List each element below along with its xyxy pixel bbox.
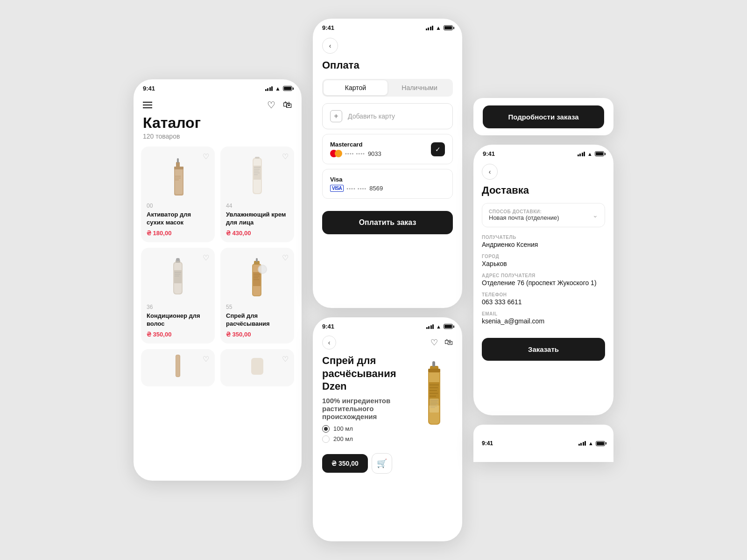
add-card-row[interactable]: + Добавить карту xyxy=(322,103,453,129)
svg-rect-52 xyxy=(430,402,437,402)
svg-rect-14 xyxy=(254,173,260,173)
field-value-city: Харьков xyxy=(482,260,605,267)
wifi-icon-prod: ▲ xyxy=(436,324,441,329)
svg-rect-31 xyxy=(254,280,259,280)
field-label-email: EMAIL xyxy=(482,311,605,316)
svg-rect-44 xyxy=(430,390,437,391)
wishlist-heart-2[interactable]: ♡ xyxy=(282,152,289,161)
card-brand-visa: Visa xyxy=(330,176,383,183)
status-icons-payment: ▲ xyxy=(426,25,453,31)
cart-icon-prod[interactable]: 🛍 xyxy=(444,337,453,348)
wishlist-heart-1[interactable]: ♡ xyxy=(203,152,209,161)
product-card-6[interactable]: ♡ xyxy=(220,349,294,386)
phone-delivery: 9:41 ▲ ‹ Доставка Способ доставки: Новая… xyxy=(473,145,613,415)
product-price-3: ₴ 350,00 xyxy=(147,331,209,338)
catalog-nav-icons: ♡ 🛍 xyxy=(267,99,292,111)
status-icons-delivery: ▲ xyxy=(578,151,604,157)
battery-icon-del xyxy=(595,151,604,156)
back-button-payment[interactable]: ‹ xyxy=(322,38,338,54)
delivery-field-address: АДРЕС ПОЛУЧАТЕЛЯ Отделение 76 (проспект … xyxy=(473,273,613,287)
tab-cash[interactable]: Наличными xyxy=(388,80,451,95)
product-img-2 xyxy=(226,152,289,199)
phone-order-details: Подробности заказа xyxy=(473,98,613,135)
wishlist-heart-6[interactable]: ♡ xyxy=(282,355,289,364)
svg-rect-49 xyxy=(428,369,440,372)
wishlist-heart-3[interactable]: ♡ xyxy=(203,253,209,262)
svg-rect-42 xyxy=(430,385,439,385)
product-num-4: 55 xyxy=(226,304,289,310)
price-button[interactable]: ₴ 350,00 xyxy=(322,454,368,473)
card-brand-mc: Mastercard xyxy=(330,141,381,148)
status-bar-product: 9:41 ▲ xyxy=(313,317,462,333)
svg-rect-29 xyxy=(254,276,259,276)
product-img-3 xyxy=(147,253,209,300)
tab-card[interactable]: Картой xyxy=(324,80,388,95)
order-button-delivery[interactable]: Заказать xyxy=(482,338,605,361)
wishlist-heart-5[interactable]: ♡ xyxy=(203,355,209,364)
field-label-city: ГОРОД xyxy=(482,254,605,259)
product-num-2: 44 xyxy=(226,203,289,209)
svg-rect-45 xyxy=(430,393,438,394)
mastercard-logo xyxy=(330,150,342,157)
status-bar-catalog: 9:41 ▲ xyxy=(134,79,302,95)
delivery-method-row[interactable]: Способ доставки: Новая почта (отделение)… xyxy=(482,203,605,227)
product-name-3: Кондиционер для волос xyxy=(147,312,209,328)
add-card-text: Добавить карту xyxy=(348,112,395,120)
right-column: Подробности заказа 9:41 ▲ ‹ Доставка Спо… xyxy=(473,98,613,462)
radio-label-100: 100 мл xyxy=(333,425,353,432)
delivery-field-phone: ТЕЛЕФОН 063 333 6611 xyxy=(473,292,613,306)
payment-content: Картой Наличными + Добавить карту Master… xyxy=(313,79,462,234)
visa-logo: VISA xyxy=(330,185,344,192)
cart-icon[interactable]: 🛍 xyxy=(283,99,292,111)
product-card-3[interactable]: ♡ 36 Кондиционер для волос ₴ 350,00 xyxy=(141,248,215,343)
product-price-4: ₴ 350,00 xyxy=(226,331,289,338)
battery-icon-prod xyxy=(444,324,453,329)
card-num-row-visa: VISA •••• •••• 8569 xyxy=(330,185,383,192)
add-card-plus-icon: + xyxy=(330,110,342,122)
product-card-1[interactable]: ♡ 00 Активатор для сухих масок ₴ 180,00 xyxy=(141,147,215,242)
wishlist-icon[interactable]: ♡ xyxy=(267,99,275,111)
svg-rect-15 xyxy=(254,175,258,175)
product-card-5[interactable]: ♡ xyxy=(141,349,215,386)
wishlist-heart-4[interactable]: ♡ xyxy=(282,253,289,262)
field-label-phone: ТЕЛЕФОН xyxy=(482,292,605,297)
back-button-delivery[interactable]: ‹ xyxy=(482,164,498,180)
svg-rect-37 xyxy=(176,355,180,377)
product-card-4[interactable]: ♡ 55 Спрей для расчёсывания ₴ xyxy=(220,248,294,343)
product-card-2[interactable]: ♡ 44 Увлажняющий крем для лица ₴ 430,00 xyxy=(220,147,294,242)
product-row-partial: ♡ ♡ xyxy=(134,343,302,386)
svg-rect-16 xyxy=(255,157,260,159)
field-label-address: АДРЕС ПОЛУЧАТЕЛЯ xyxy=(482,273,605,278)
svg-rect-13 xyxy=(254,171,259,171)
card-row-mastercard[interactable]: Mastercard •••• •••• 9033 ✓ xyxy=(322,134,453,164)
back-button-product[interactable]: ‹ xyxy=(322,336,336,350)
svg-point-35 xyxy=(259,266,266,273)
product-name-1: Активатор для сухих масок xyxy=(147,211,209,227)
wishlist-icon-prod[interactable]: ♡ xyxy=(430,337,438,348)
product-name-2: Увлажняющий крем для лица xyxy=(226,211,289,227)
card-selected-check: ✓ xyxy=(431,142,445,156)
svg-rect-21 xyxy=(175,274,180,274)
product-num-3: 36 xyxy=(147,304,209,310)
signal-icon-partial xyxy=(578,441,586,446)
svg-rect-53 xyxy=(430,403,438,404)
hamburger-menu[interactable] xyxy=(143,102,152,108)
delivery-field-email: EMAIL ksenia_a@gmail.com xyxy=(473,311,613,325)
payment-tabs: Картой Наличными xyxy=(322,79,453,97)
svg-rect-6 xyxy=(175,178,181,178)
radio-200ml[interactable]: 200 мл xyxy=(322,435,411,443)
card-row-visa[interactable]: Visa VISA •••• •••• 8569 xyxy=(322,169,453,199)
svg-rect-48 xyxy=(432,361,435,367)
wifi-icon: ▲ xyxy=(275,85,281,92)
product-grid: ♡ 00 Активатор для сухих масок ₴ 180,00 xyxy=(134,147,302,343)
delivery-field-recipient: ПОЛУЧАТЕЛЬ Андриенко Ксения xyxy=(473,235,613,248)
radio-100ml[interactable]: 100 мл xyxy=(322,425,411,433)
add-to-cart-button[interactable]: 🛒 xyxy=(372,453,392,474)
field-label-recipient: ПОЛУЧАТЕЛЬ xyxy=(482,235,605,240)
svg-rect-28 xyxy=(254,274,260,274)
svg-rect-7 xyxy=(175,180,179,180)
delivery-title: Доставка xyxy=(473,184,613,196)
pay-button[interactable]: Оплатить заказ xyxy=(322,211,453,234)
wifi-icon-pay: ▲ xyxy=(436,25,441,31)
order-details-button[interactable]: Подробности заказа xyxy=(483,105,604,128)
